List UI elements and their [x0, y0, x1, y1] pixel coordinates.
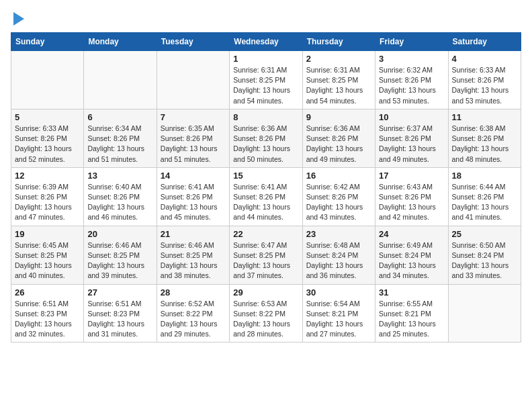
day-number: 12 — [15, 171, 80, 181]
calendar-cell — [157, 51, 229, 109]
week-row-1: 1Sunrise: 6:31 AMSunset: 8:25 PMDaylight… — [11, 51, 521, 109]
calendar-cell: 26Sunrise: 6:51 AMSunset: 8:23 PMDayligh… — [11, 284, 84, 342]
day-number: 10 — [379, 112, 444, 122]
calendar-cell — [84, 51, 157, 109]
day-number: 15 — [233, 171, 298, 181]
calendar-cell: 2Sunrise: 6:31 AMSunset: 8:25 PMDaylight… — [302, 51, 375, 109]
day-info: Sunrise: 6:41 AMSunset: 8:26 PMDaylight:… — [161, 182, 226, 223]
day-number: 25 — [452, 229, 517, 239]
day-number: 14 — [161, 171, 226, 181]
day-number: 21 — [161, 229, 226, 239]
day-number: 11 — [452, 112, 517, 122]
day-number: 4 — [452, 54, 517, 64]
day-number: 5 — [15, 112, 80, 122]
day-info: Sunrise: 6:36 AMSunset: 8:26 PMDaylight:… — [306, 124, 371, 165]
day-info: Sunrise: 6:54 AMSunset: 8:21 PMDaylight:… — [306, 299, 371, 340]
calendar-cell: 8Sunrise: 6:36 AMSunset: 8:26 PMDaylight… — [230, 109, 302, 167]
day-info: Sunrise: 6:49 AMSunset: 8:24 PMDaylight:… — [379, 240, 444, 281]
weekday-header-tuesday: Tuesday — [157, 33, 229, 51]
logo-arrow-icon — [13, 12, 24, 26]
day-info: Sunrise: 6:31 AMSunset: 8:25 PMDaylight:… — [306, 65, 371, 106]
day-number: 27 — [87, 287, 152, 298]
week-row-5: 26Sunrise: 6:51 AMSunset: 8:23 PMDayligh… — [11, 284, 521, 342]
week-row-2: 5Sunrise: 6:33 AMSunset: 8:26 PMDaylight… — [11, 109, 521, 167]
weekday-header-saturday: Saturday — [448, 33, 521, 51]
calendar-cell: 10Sunrise: 6:37 AMSunset: 8:26 PMDayligh… — [375, 109, 448, 167]
day-number: 1 — [233, 54, 298, 64]
day-number: 30 — [306, 287, 371, 298]
week-row-4: 19Sunrise: 6:45 AMSunset: 8:25 PMDayligh… — [11, 226, 521, 284]
calendar-cell: 13Sunrise: 6:40 AMSunset: 8:26 PMDayligh… — [84, 167, 157, 226]
day-info: Sunrise: 6:48 AMSunset: 8:24 PMDaylight:… — [306, 240, 371, 281]
day-info: Sunrise: 6:52 AMSunset: 8:22 PMDaylight:… — [161, 299, 226, 340]
calendar-cell: 14Sunrise: 6:41 AMSunset: 8:26 PMDayligh… — [157, 167, 229, 226]
day-number: 17 — [379, 171, 444, 181]
day-info: Sunrise: 6:40 AMSunset: 8:26 PMDaylight:… — [87, 182, 152, 223]
day-info: Sunrise: 6:35 AMSunset: 8:26 PMDaylight:… — [161, 124, 226, 165]
calendar-cell: 4Sunrise: 6:33 AMSunset: 8:26 PMDaylight… — [448, 51, 521, 109]
day-info: Sunrise: 6:51 AMSunset: 8:23 PMDaylight:… — [15, 299, 80, 340]
calendar-cell: 23Sunrise: 6:48 AMSunset: 8:24 PMDayligh… — [302, 226, 375, 284]
day-number: 22 — [233, 229, 298, 239]
day-info: Sunrise: 6:37 AMSunset: 8:26 PMDaylight:… — [379, 124, 444, 165]
calendar-cell: 27Sunrise: 6:51 AMSunset: 8:23 PMDayligh… — [84, 284, 157, 342]
calendar-cell: 9Sunrise: 6:36 AMSunset: 8:26 PMDaylight… — [302, 109, 375, 167]
calendar-cell: 18Sunrise: 6:44 AMSunset: 8:26 PMDayligh… — [448, 167, 521, 226]
calendar-cell: 17Sunrise: 6:43 AMSunset: 8:26 PMDayligh… — [375, 167, 448, 226]
calendar-cell: 31Sunrise: 6:55 AMSunset: 8:21 PMDayligh… — [375, 284, 448, 342]
day-number: 9 — [306, 112, 371, 122]
calendar-cell: 6Sunrise: 6:34 AMSunset: 8:26 PMDaylight… — [84, 109, 157, 167]
calendar-cell: 30Sunrise: 6:54 AMSunset: 8:21 PMDayligh… — [302, 284, 375, 342]
day-number: 28 — [161, 287, 226, 298]
day-number: 6 — [87, 112, 152, 122]
weekday-header-wednesday: Wednesday — [230, 33, 302, 51]
day-info: Sunrise: 6:33 AMSunset: 8:26 PMDaylight:… — [15, 124, 80, 165]
day-info: Sunrise: 6:43 AMSunset: 8:26 PMDaylight:… — [379, 182, 444, 223]
day-info: Sunrise: 6:44 AMSunset: 8:26 PMDaylight:… — [452, 182, 517, 223]
weekday-header-monday: Monday — [84, 33, 157, 51]
day-info: Sunrise: 6:42 AMSunset: 8:26 PMDaylight:… — [306, 182, 371, 223]
day-number: 16 — [306, 171, 371, 181]
day-number: 29 — [233, 287, 298, 298]
day-info: Sunrise: 6:45 AMSunset: 8:25 PMDaylight:… — [15, 240, 80, 281]
day-number: 20 — [87, 229, 152, 239]
day-info: Sunrise: 6:47 AMSunset: 8:25 PMDaylight:… — [233, 240, 298, 281]
weekday-header-thursday: Thursday — [302, 33, 375, 51]
day-info: Sunrise: 6:51 AMSunset: 8:23 PMDaylight:… — [87, 299, 152, 340]
day-info: Sunrise: 6:39 AMSunset: 8:26 PMDaylight:… — [15, 182, 80, 223]
calendar-cell: 21Sunrise: 6:46 AMSunset: 8:25 PMDayligh… — [157, 226, 229, 284]
logo — [11, 11, 24, 26]
day-number: 24 — [379, 229, 444, 239]
calendar-cell: 11Sunrise: 6:38 AMSunset: 8:26 PMDayligh… — [448, 109, 521, 167]
day-number: 13 — [87, 171, 152, 181]
day-number: 2 — [306, 54, 371, 64]
calendar-cell: 7Sunrise: 6:35 AMSunset: 8:26 PMDaylight… — [157, 109, 229, 167]
day-info: Sunrise: 6:33 AMSunset: 8:26 PMDaylight:… — [452, 65, 517, 106]
day-info: Sunrise: 6:34 AMSunset: 8:26 PMDaylight:… — [87, 124, 152, 165]
calendar-cell: 16Sunrise: 6:42 AMSunset: 8:26 PMDayligh… — [302, 167, 375, 226]
day-number: 31 — [379, 287, 444, 298]
day-number: 3 — [379, 54, 444, 64]
calendar-cell: 29Sunrise: 6:53 AMSunset: 8:22 PMDayligh… — [230, 284, 302, 342]
week-row-3: 12Sunrise: 6:39 AMSunset: 8:26 PMDayligh… — [11, 167, 521, 226]
day-info: Sunrise: 6:55 AMSunset: 8:21 PMDaylight:… — [379, 299, 444, 340]
weekday-header-sunday: Sunday — [11, 33, 84, 51]
day-info: Sunrise: 6:50 AMSunset: 8:24 PMDaylight:… — [452, 240, 517, 281]
calendar-cell: 3Sunrise: 6:32 AMSunset: 8:26 PMDaylight… — [375, 51, 448, 109]
calendar-cell: 1Sunrise: 6:31 AMSunset: 8:25 PMDaylight… — [230, 51, 302, 109]
page-header — [11, 11, 521, 26]
day-info: Sunrise: 6:36 AMSunset: 8:26 PMDaylight:… — [233, 124, 298, 165]
calendar-cell: 28Sunrise: 6:52 AMSunset: 8:22 PMDayligh… — [157, 284, 229, 342]
day-info: Sunrise: 6:53 AMSunset: 8:22 PMDaylight:… — [233, 299, 298, 340]
calendar-cell: 25Sunrise: 6:50 AMSunset: 8:24 PMDayligh… — [448, 226, 521, 284]
weekday-header-friday: Friday — [375, 33, 448, 51]
day-number: 26 — [15, 287, 80, 298]
day-number: 23 — [306, 229, 371, 239]
day-info: Sunrise: 6:32 AMSunset: 8:26 PMDaylight:… — [379, 65, 444, 106]
calendar-cell: 24Sunrise: 6:49 AMSunset: 8:24 PMDayligh… — [375, 226, 448, 284]
day-info: Sunrise: 6:41 AMSunset: 8:26 PMDaylight:… — [233, 182, 298, 223]
day-info: Sunrise: 6:38 AMSunset: 8:26 PMDaylight:… — [452, 124, 517, 165]
calendar-cell: 20Sunrise: 6:46 AMSunset: 8:25 PMDayligh… — [84, 226, 157, 284]
day-info: Sunrise: 6:31 AMSunset: 8:25 PMDaylight:… — [233, 65, 298, 106]
calendar-cell: 19Sunrise: 6:45 AMSunset: 8:25 PMDayligh… — [11, 226, 84, 284]
